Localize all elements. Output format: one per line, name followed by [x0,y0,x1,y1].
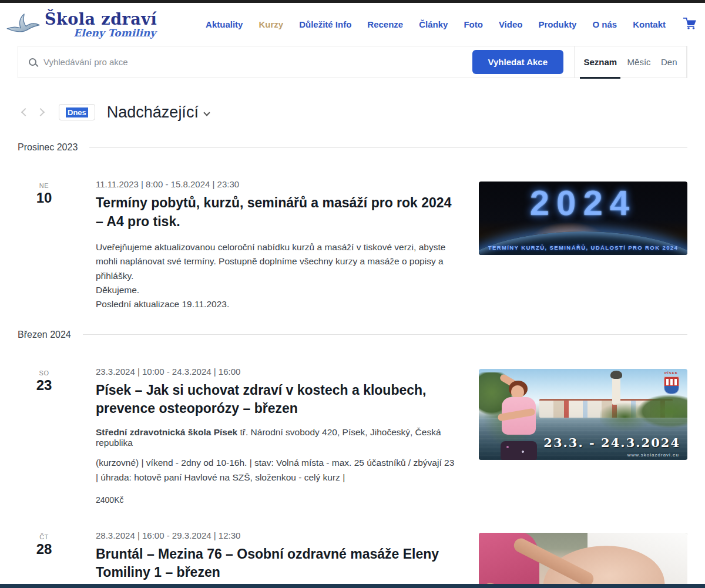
event-day-number: 28 [36,540,52,558]
woman-figure-graphic [489,379,548,459]
month-label: Březen 2024 [18,330,71,340]
main-nav: Aktuality Kurzy Důležité Info Recenze Čl… [206,18,697,32]
tab-month-view[interactable]: Měsíc [626,46,652,78]
today-button-label: Dnes [66,107,88,117]
event-day-number: 23 [36,377,52,394]
events-search-bar: Vyhledat Akce Seznam Měsíc Den [18,46,687,78]
date-range-label: Nadcházející [107,103,199,122]
nav-item-foto[interactable]: Foto [464,19,482,29]
footer-bar [0,584,705,588]
tab-list-view[interactable]: Seznam [582,46,618,78]
event-date-marker: NE 10 [18,179,70,311]
nav-item-aktuality[interactable]: Aktuality [206,19,243,29]
brand-subtitle: Eleny Tomiliny [45,28,157,38]
site-header: Škola zdraví Eleny Tomiliny Aktuality Ku… [0,3,705,46]
event-title-link[interactable]: Písek – Jak si uchovat zdraví v kostech … [96,381,455,418]
nav-item-clanky[interactable]: Články [419,19,448,29]
event-image-massage[interactable]: www.skolazdravi.eu [479,533,687,588]
month-divider-line [83,334,687,335]
month-separator: Březen 2024 [18,329,687,341]
view-switcher: Seznam Měsíc Den [574,46,687,78]
nav-item-kurzy[interactable]: Kurzy [258,19,283,29]
event-row: NE 10 11.11.2023 | 8:00 - 15.8.2024 | 23… [18,179,687,311]
nav-item-recenze[interactable]: Recenze [367,19,403,29]
event-weekday: SO [39,369,49,377]
event-weekday: ČT [39,533,49,540]
search-events-button[interactable]: Vyhledat Akce [472,50,563,74]
image-caption: TERMÍNY KURZŮ, SEMINÁŘŮ, UDÁLOSTÍ PRO RO… [479,244,687,251]
nav-item-produkty[interactable]: Produkty [538,19,576,29]
event-day-number: 10 [36,189,52,207]
nav-item-kontakt[interactable]: Kontakt [633,19,666,29]
event-price: 2400Kč [96,495,455,505]
masseuse-graphic [479,533,539,588]
event-date-marker: ČT 28 [18,530,70,588]
previous-events-button[interactable] [21,108,29,116]
logo-link[interactable]: Škola zdraví Eleny Tomiliny [5,11,157,38]
chevron-down-icon [203,109,210,116]
pisek-crest-icon [664,377,679,394]
event-datetime: 28.3.2024 | 16:00 - 29.3.2024 | 12:30 [96,530,455,540]
earth-graphic [479,231,687,255]
search-box [18,46,472,78]
month-divider-line [89,147,687,148]
cart-icon [683,18,697,32]
cart-button[interactable] [683,18,697,32]
calendar-toolbar: Dnes Nadcházející [18,100,687,124]
event-row: ČT 28 28.3.2024 | 16:00 - 29.3.2024 | 12… [18,530,687,588]
event-image-2024-calendar[interactable]: 2024 TERMÍNY KURZŮ, SEMINÁŘŮ, UDÁLOSTÍ P… [479,182,687,255]
event-date-marker: SO 23 [18,367,70,505]
next-events-button[interactable] [36,108,45,116]
image-date-overlay: 23.3. - 24.3.2024 [543,435,680,450]
event-weekday: NE [39,182,49,189]
event-datetime: 23.3.2024 | 10:00 - 24.3.2024 | 16:00 [96,367,455,377]
date-range-dropdown[interactable]: Nadcházející [107,103,209,122]
search-icon [29,58,36,66]
month-separator: Prosinec 2023 [18,142,687,153]
nav-item-dulezite-info[interactable]: Důležité Info [299,19,351,29]
event-details: (kurzovné) | víkend - 2dny od 10-16h. | … [96,456,455,485]
event-content: 28.3.2024 | 16:00 - 29.3.2024 | 12:30 Br… [70,530,479,588]
today-button[interactable]: Dnes [59,104,95,120]
event-content: 11.11.2023 | 8:00 - 15.8.2024 | 23:30 Te… [70,179,479,311]
event-title-link[interactable]: Bruntál – Mezina 76 – Osobní ozdravné ma… [96,545,455,582]
venue-name: Střední zdravotnická škola Písek [96,427,237,437]
image-headline: 2024 [479,183,687,223]
event-description: Uveřejňujeme aktualizovanou celoroční na… [96,240,455,311]
event-image-pisek[interactable]: PÍSEK 23.3. - 24.3.2024 www.skolazdravi.… [479,369,687,460]
bird-logo-icon [5,11,41,38]
event-content: 23.3.2024 | 10:00 - 24.3.2024 | 16:00 Pí… [70,367,479,505]
image-watermark: www.skolazdravi.eu [627,452,679,458]
event-datetime: 11.11.2023 | 8:00 - 15.8.2024 | 23:30 [96,179,455,189]
event-venue: Střední zdravotnická škola Písek tř. Nár… [96,427,455,448]
brand-title: Škola zdraví [45,11,157,27]
month-label: Prosinec 2023 [18,142,78,153]
nav-item-o-nas[interactable]: O nás [592,19,617,29]
nav-item-video[interactable]: Video [499,19,523,29]
search-input[interactable] [43,57,472,67]
tab-day-view[interactable]: Den [660,46,679,78]
crest-label: PÍSEK [664,371,678,375]
event-row: SO 23 23.3.2024 | 10:00 - 24.3.2024 | 16… [18,367,687,505]
event-title-link[interactable]: Termíny pobytů, kurzů, seminářů a masáží… [96,194,455,231]
